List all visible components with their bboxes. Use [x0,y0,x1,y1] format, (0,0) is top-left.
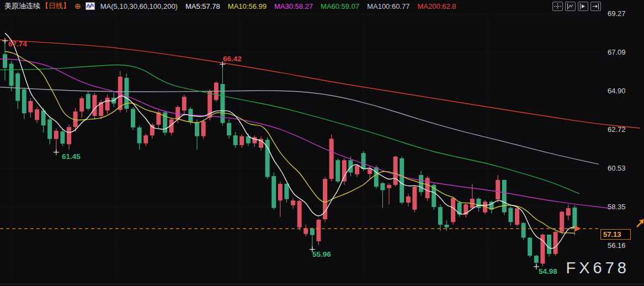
candle [291,200,295,205]
candle [54,131,58,139]
period-label: 【日线】 [41,1,70,11]
candle [400,158,404,203]
candle [227,123,231,135]
candle [566,208,571,216]
candle [284,184,289,199]
candle [342,160,347,182]
candle [534,256,539,263]
extreme-marker [54,150,59,155]
candle [86,94,91,109]
candle [9,63,14,86]
candle [297,201,302,227]
candle [329,139,334,179]
candle [528,237,532,256]
symbol-name: 美原油连续 [4,1,40,11]
chart-type-icon[interactable] [86,2,95,10]
candle [3,54,7,68]
axis-tick-label: 58.35 [608,203,626,211]
candle [310,229,315,235]
ma100-value: MA100:60.77 [367,2,409,10]
candle [35,109,39,120]
candle [278,184,283,200]
candle [22,89,26,113]
candle [28,101,33,113]
candle [355,166,359,174]
axis-tick-label: 60.53 [608,164,626,172]
chart-toolbar [552,2,601,11]
candle [496,180,500,199]
candle [476,199,481,208]
candle [508,208,513,223]
candle [137,128,142,144]
candle [451,198,455,222]
price-annotation: 67.74 [8,40,27,48]
ma30-value: MA30:58.27 [274,2,313,10]
candle [304,229,308,234]
candle [195,122,199,136]
candle [361,153,366,169]
candle [368,169,372,174]
axis-tick-label: 62.72 [608,125,626,134]
candle [393,157,398,185]
chart-window: 67.7466.4261.4555.9654.98 美原油连续 【日线】 ⊕ M… [0,0,644,286]
candle [547,235,551,254]
price-annotation: 61.45 [62,152,81,161]
candle [15,73,20,101]
candle [336,160,340,182]
candle [79,98,84,112]
watermark-logo: FX678 [566,259,630,277]
ma-line-MA30 [0,59,610,209]
candle [201,121,206,136]
ma5-value: MA5:57.78 [185,2,220,10]
axis-tick-label: 67.09 [608,48,626,56]
candle-series [3,41,577,267]
axis-tick-label: 56.16 [608,241,626,250]
candle [131,109,135,128]
price-annotation: 55.96 [312,250,331,258]
candle [515,208,519,225]
candle [60,131,65,144]
price-annotation: 54.98 [539,267,557,276]
current-price-label: 57.13 [600,229,631,240]
candle [457,203,462,215]
ma-line-MA10 [5,51,574,233]
candle [387,185,391,188]
candle [105,98,110,110]
ma60-value: MA60:59.07 [321,2,359,10]
ma200-value: MA200:62.8 [418,2,456,10]
move-crosshair-icon[interactable] [552,2,563,11]
price-arrow-icon [575,226,581,231]
candle [316,220,321,241]
candle [425,178,430,198]
candle [239,136,244,145]
candle [272,176,276,208]
extreme-marker [2,38,8,44]
ma10-value: MA10:56.99 [228,2,267,10]
ma-line-MA60 [0,65,579,194]
candle [572,208,577,229]
add-indicator-icon[interactable]: ⊕ [74,2,81,10]
axis-tick-label: 64.90 [608,87,626,95]
candle [380,183,385,190]
price-annotation: 66.42 [223,55,242,63]
candle [521,223,526,238]
candle [438,207,443,225]
candle [444,225,449,227]
candle [252,137,257,143]
candle [502,180,507,213]
candle [553,232,558,254]
ma-group-label: MA(5,10,30,60,100,200) [100,2,178,10]
pan-right-edge-icon[interactable] [590,2,601,11]
candle [406,197,411,203]
candle [233,135,238,145]
candle [412,187,417,210]
candle [143,135,148,143]
price-axis[interactable]: 69.2767.0964.9062.7260.5358.3556.16 [600,12,644,286]
candle [67,127,71,144]
fit-axis-play-icon[interactable] [578,2,588,11]
candle [182,97,187,110]
ma-line-MA5 [5,33,574,248]
fit-axis-left-icon[interactable] [565,2,576,11]
candle [41,110,46,125]
candle [374,167,379,187]
